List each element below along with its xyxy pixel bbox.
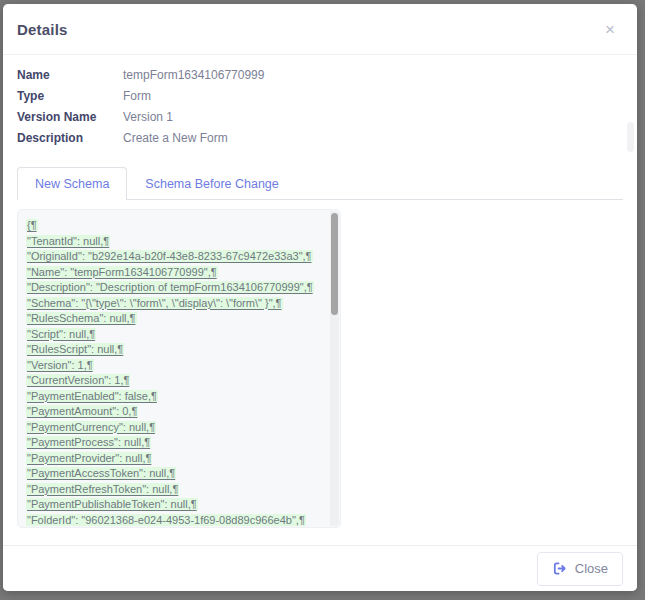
code-line: "TenantId": null,¶ (26, 234, 324, 250)
code-line: "CurrentVersion": 1,¶ (26, 373, 324, 389)
code-line: "RulesScript": null,¶ (26, 342, 324, 358)
code-line: "Name": "tempForm1634106770999",¶ (26, 265, 324, 281)
meta-label: Name (17, 65, 123, 86)
code-line: "PaymentRefreshToken": null,¶ (26, 482, 324, 498)
sign-out-icon (552, 561, 567, 576)
meta-value: tempForm1634106770999 (123, 65, 623, 86)
code-line: "Version": 1,¶ (26, 358, 324, 374)
meta-row-description: Description Create a New Form (17, 128, 623, 149)
code-scrollbar-thumb[interactable] (331, 213, 338, 315)
code-line: "OriginalId": "b292e14a-b20f-43e8-8233-6… (26, 249, 324, 265)
code-line: "PaymentProcess": null,¶ (26, 435, 324, 451)
meta-row-version-name: Version Name Version 1 (17, 107, 623, 128)
code-line: {¶ (26, 218, 324, 234)
code-scrollbar[interactable] (330, 211, 339, 526)
close-button-label: Close (575, 561, 608, 576)
code-line: "PaymentPublishableToken": null,¶ (26, 497, 324, 513)
schema-code-panel: {¶ "TenantId": null,¶ "OriginalId": "b29… (17, 209, 341, 528)
meta-value: Create a New Form (123, 128, 623, 149)
page-backdrop: { "modal": { "title": "Details", "close_… (0, 0, 645, 600)
code-line: "PaymentProvider": null,¶ (26, 451, 324, 467)
meta-label: Description (17, 128, 123, 149)
modal-header: Details × (3, 4, 637, 55)
meta-label: Type (17, 86, 123, 107)
code-line: "PaymentCurrency": null,¶ (26, 420, 324, 436)
modal-scrollbar-thumb[interactable] (627, 122, 634, 152)
meta-section: Name tempForm1634106770999 Type Form Ver… (3, 55, 637, 149)
code-line: "PaymentEnabled": false,¶ (26, 389, 324, 405)
meta-label: Version Name (17, 107, 123, 128)
meta-value: Form (123, 86, 623, 107)
close-icon[interactable]: × (601, 19, 619, 40)
tab-schema-before-change[interactable]: Schema Before Change (127, 167, 296, 200)
code-line: "RulesSchema": null,¶ (26, 311, 324, 327)
code-line: "PaymentAccessToken": null,¶ (26, 466, 324, 482)
meta-value: Version 1 (123, 107, 623, 128)
code-line: "PaymentAmount": 0,¶ (26, 404, 324, 420)
schema-json-diff: {¶ "TenantId": null,¶ "OriginalId": "b29… (18, 210, 340, 528)
meta-row-name: Name tempForm1634106770999 (17, 65, 623, 86)
schema-tabs: New Schema Schema Before Change (17, 167, 623, 200)
meta-row-type: Type Form (17, 86, 623, 107)
code-line: "FolderId": "96021368-e024-4953-1f69-08d… (26, 513, 324, 529)
code-line: "Description": "Description of tempForm1… (26, 280, 324, 296)
code-line: "Script": null,¶ (26, 327, 324, 343)
close-button[interactable]: Close (537, 552, 623, 586)
code-line: "Schema": "{\"type\": \"form\", \"displa… (26, 296, 324, 312)
details-modal: Details × Name tempForm1634106770999 Typ… (3, 4, 637, 591)
modal-footer: Close (3, 545, 637, 591)
modal-title: Details (17, 21, 68, 38)
tab-new-schema[interactable]: New Schema (17, 167, 127, 200)
